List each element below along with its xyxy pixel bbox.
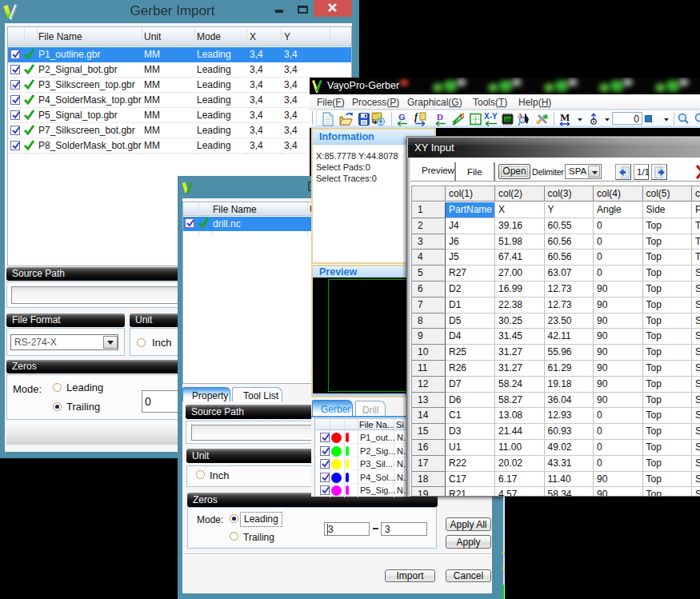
svg-text:X-Y: X-Y [484, 112, 498, 121]
svg-text:AW: AW [505, 118, 513, 122]
svg-text:f: f [414, 112, 418, 122]
svg-text:D: D [437, 112, 443, 122]
svg-text:G: G [398, 112, 406, 122]
svg-text:M: M [560, 112, 570, 123]
